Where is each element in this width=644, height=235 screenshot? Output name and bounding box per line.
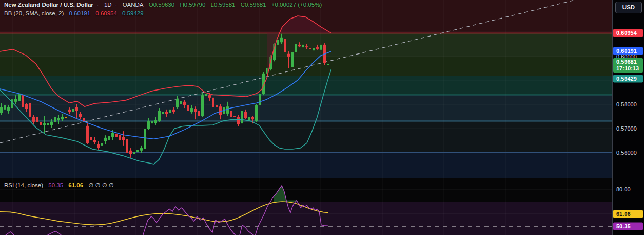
- candle-body: [313, 48, 315, 50]
- candle-body: [68, 110, 71, 112]
- candle-body: [248, 117, 250, 121]
- price-axis[interactable]: USD 0.600000.580000.570000.5600080.000.6…: [612, 0, 644, 235]
- candle-body: [115, 134, 118, 137]
- candle-body: [133, 152, 135, 154]
- candle-body: [43, 123, 46, 125]
- candle-body: [104, 138, 107, 141]
- candle-body: [327, 64, 329, 65]
- candle-body: [302, 45, 304, 47]
- candle-body: [298, 45, 301, 46]
- candle-body: [86, 126, 89, 143]
- axis-tick-label: 80.00: [613, 186, 644, 192]
- candle-body: [280, 38, 283, 42]
- symbol-title[interactable]: New Zealand Dollar / U.S. Dollar: [4, 2, 93, 8]
- candle-body: [241, 111, 243, 123]
- pane-separator[interactable]: [0, 178, 644, 178]
- last-price-label[interactable]: 0.5968117:10:13: [613, 58, 643, 73]
- rsi-band-fill: [0, 202, 612, 235]
- candle-body: [208, 95, 211, 98]
- candle-body: [255, 105, 258, 121]
- axis-tick-label: 0.58000: [613, 101, 644, 107]
- candle-body: [122, 137, 125, 140]
- candle-body: [54, 117, 56, 122]
- candle-body: [291, 52, 294, 67]
- candle-body: [165, 112, 168, 114]
- candle-body: [75, 107, 78, 111]
- candle-body: [154, 120, 157, 123]
- chart-pane[interactable]: New Zealand Dollar / U.S. Dollar· 1D· OA…: [0, 0, 612, 235]
- candle-body: [4, 105, 6, 110]
- rsi-empty-slots: ∅ ∅ ∅ ∅: [88, 182, 114, 188]
- candle-body: [205, 94, 207, 96]
- exchange-label[interactable]: OANDA: [123, 2, 144, 8]
- rsi-indicator-name[interactable]: RSI (14, close): [4, 182, 43, 188]
- chart-canvas[interactable]: [0, 0, 612, 235]
- candle-body: [295, 44, 297, 52]
- candle-body: [7, 107, 10, 111]
- legend-separator: ·: [97, 2, 99, 8]
- candle-body: [316, 47, 319, 49]
- zone-olive: [0, 33, 612, 57]
- bb-indicator-name[interactable]: BB (20, SMA, close, 2): [4, 10, 64, 16]
- legend-separator: ·: [115, 2, 118, 8]
- candle-body: [172, 110, 175, 112]
- candle-body: [50, 122, 53, 125]
- candle-body: [237, 117, 240, 124]
- bb-basis-label[interactable]: 0.60191: [613, 47, 643, 55]
- candle-body: [216, 105, 218, 107]
- zone-green: [0, 57, 612, 76]
- rsi-value-label[interactable]: 50.35: [613, 223, 643, 230]
- bb-lower-value: 0.59429: [122, 10, 144, 16]
- rsi-ma-label[interactable]: 61.06: [613, 210, 643, 218]
- candle-body: [162, 112, 164, 114]
- candle-body: [230, 111, 232, 117]
- currency-unit-button[interactable]: USD: [615, 2, 642, 13]
- candle-body: [147, 121, 150, 129]
- candle-body: [57, 118, 60, 120]
- candle-body: [108, 136, 110, 140]
- candle-body: [176, 99, 179, 107]
- candle-body: [287, 54, 290, 57]
- candle-body: [119, 135, 121, 140]
- bb-basis-value: 0.60191: [69, 10, 91, 16]
- candle-body: [72, 109, 74, 112]
- candle-body: [259, 94, 261, 105]
- bb-upper-value: 0.60954: [95, 10, 117, 16]
- candle-body: [25, 104, 28, 109]
- rsi-ma-value: 61.06: [68, 182, 83, 188]
- candle-body: [22, 95, 24, 107]
- candle-body: [158, 111, 161, 121]
- candle-body: [183, 102, 186, 105]
- candle-body: [309, 48, 311, 49]
- candle-body: [180, 101, 182, 104]
- rsi-legend[interactable]: RSI (14, close) 50.35 61.06 ∅ ∅ ∅ ∅: [4, 182, 118, 189]
- zone-navy: [0, 152, 612, 178]
- bb-lower-label[interactable]: 0.59429: [613, 75, 643, 83]
- candle-body: [320, 45, 322, 50]
- bb-legend[interactable]: BB (20, SMA, close, 2) 0.60191 0.60954 0…: [4, 10, 147, 16]
- symbol-legend[interactable]: New Zealand Dollar / U.S. Dollar· 1D· OA…: [4, 2, 325, 8]
- rsi-value: 50.35: [48, 182, 63, 188]
- candle-body: [151, 121, 153, 123]
- candle-body: [244, 112, 247, 118]
- ohlc-close: C0.59681: [241, 2, 266, 8]
- candle-body: [61, 117, 64, 119]
- candle-body: [305, 46, 308, 47]
- candle-body: [14, 99, 17, 102]
- ohlc-low: L0.59581: [211, 2, 236, 8]
- candle-body: [169, 110, 171, 113]
- candle-body: [79, 114, 82, 117]
- zone-dark: [0, 121, 612, 152]
- candle-body: [194, 109, 197, 112]
- ohlc-high: H0.59790: [180, 2, 205, 8]
- candle-body: [101, 143, 103, 146]
- bb-upper-label[interactable]: 0.60954: [613, 29, 643, 37]
- candle-body: [111, 133, 114, 137]
- candle-body: [201, 95, 204, 116]
- interval-label[interactable]: 1D: [104, 2, 112, 8]
- candle-body: [126, 139, 128, 153]
- candle-body: [219, 106, 222, 115]
- candle-body: [226, 106, 229, 114]
- candle-body: [32, 117, 35, 122]
- candle-body: [190, 108, 193, 112]
